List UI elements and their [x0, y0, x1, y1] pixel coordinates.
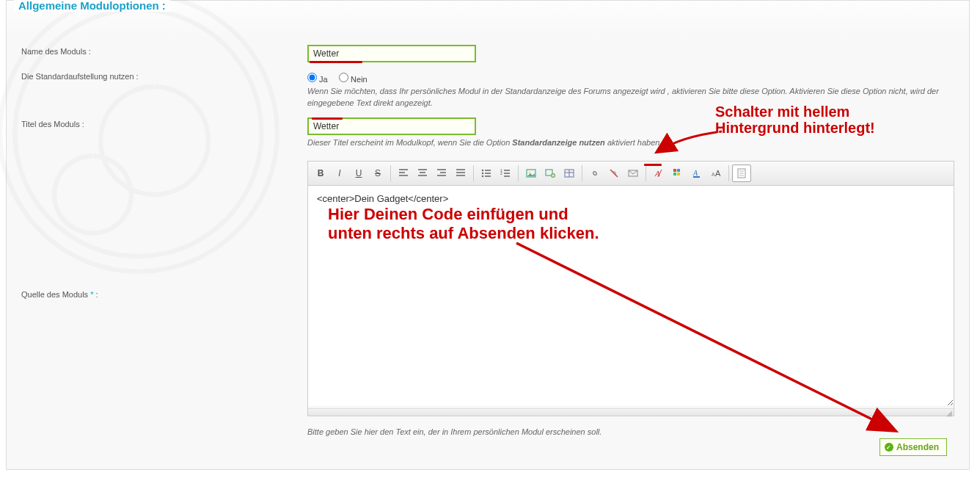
editor-textarea[interactable]: [308, 186, 954, 406]
remove-format-button[interactable]: A: [649, 164, 668, 182]
svg-rect-36: [673, 173, 676, 175]
font-color-button[interactable]: A: [687, 164, 706, 182]
align-center-button[interactable]: [413, 164, 432, 182]
svg-rect-35: [677, 169, 680, 172]
rich-text-editor: B I U S 12: [307, 161, 954, 416]
label-module-name: Name des Moduls :: [21, 45, 307, 56]
label-use-default: Die Standardaufstellung nutzen :: [21, 70, 307, 81]
radio-no-label[interactable]: Nein: [339, 75, 368, 84]
svg-point-14: [482, 172, 483, 173]
radio-yes[interactable]: [307, 73, 317, 82]
insert-image-button[interactable]: [522, 164, 541, 182]
bold-button[interactable]: B: [311, 164, 330, 182]
ordered-list-button[interactable]: 12: [496, 164, 515, 182]
host-image-button[interactable]: [541, 164, 560, 182]
align-justify-button[interactable]: [451, 164, 470, 182]
svg-text:A: A: [715, 169, 721, 178]
unordered-list-button[interactable]: [477, 164, 496, 182]
radio-no[interactable]: [339, 73, 348, 82]
italic-button[interactable]: I: [330, 164, 349, 182]
svg-point-13: [482, 169, 483, 170]
font-size-button[interactable]: AA: [706, 164, 725, 182]
panel-legend: Allgemeine Moduloptionen :: [14, 0, 170, 12]
use-default-hint: Wenn Sie möchten, dass Ihr persönliches …: [307, 86, 954, 109]
color-palette-button[interactable]: [668, 164, 687, 182]
resize-handle-icon[interactable]: ◢: [308, 408, 954, 416]
source-mode-button[interactable]: [732, 164, 751, 182]
svg-text:A: A: [654, 169, 660, 178]
svg-rect-37: [677, 173, 680, 175]
svg-text:2: 2: [500, 171, 502, 175]
svg-point-15: [482, 175, 483, 176]
label-module-source: Quelle des Moduls * :: [21, 158, 307, 299]
submit-button[interactable]: ✓ Absenden: [880, 438, 947, 456]
use-default-radio-group: Ja Nein: [307, 73, 954, 84]
svg-text:A: A: [692, 169, 698, 177]
module-title-hint: Dieser Titel erscheint im Modulkopf, wen…: [307, 137, 954, 148]
editor-hint: Bitte geben Sie hier den Text ein, der i…: [307, 427, 954, 438]
align-right-button[interactable]: [432, 164, 451, 182]
strike-button[interactable]: S: [368, 164, 387, 182]
insert-table-button[interactable]: [560, 164, 579, 182]
module-options-panel: Allgemeine Moduloptionen : Name des Modu…: [6, 0, 970, 470]
module-title-input[interactable]: [307, 117, 476, 135]
unlink-button[interactable]: [604, 164, 624, 182]
email-button[interactable]: [624, 164, 643, 182]
svg-rect-39: [693, 176, 700, 178]
editor-toolbar: B I U S 12: [308, 162, 954, 186]
check-icon: ✓: [885, 443, 893, 452]
svg-point-25: [529, 171, 531, 173]
align-left-button[interactable]: [394, 164, 413, 182]
link-button[interactable]: [585, 164, 604, 182]
radio-yes-label[interactable]: Ja: [307, 75, 328, 84]
underline-button[interactable]: U: [349, 164, 368, 182]
svg-rect-34: [673, 169, 676, 172]
module-name-input[interactable]: [307, 45, 476, 62]
label-module-title: Titel des Moduls :: [21, 117, 307, 128]
